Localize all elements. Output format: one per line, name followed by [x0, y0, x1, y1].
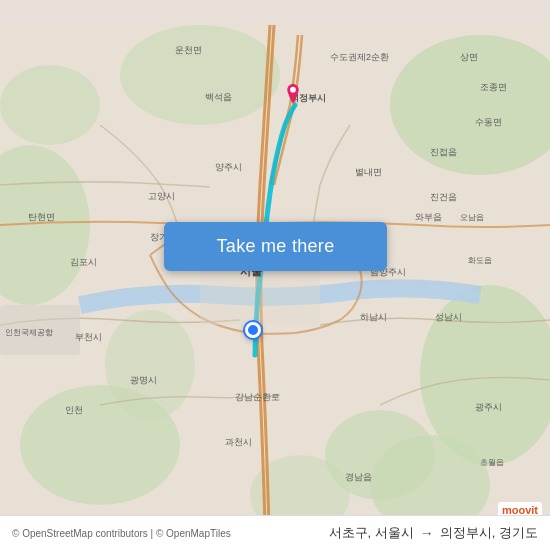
svg-point-10 — [105, 310, 195, 420]
svg-text:화도읍: 화도읍 — [468, 256, 492, 265]
svg-text:경남읍: 경남읍 — [345, 472, 372, 482]
take-me-there-button[interactable]: Take me there — [164, 222, 387, 271]
map-background: 의정부시 고양시 부천시 광명시 인천 서울 강남순환로 과천시 하남시 남양주… — [0, 0, 550, 550]
svg-text:과천시: 과천시 — [225, 437, 252, 447]
svg-text:진건읍: 진건읍 — [430, 192, 457, 202]
svg-text:초월읍: 초월읍 — [480, 458, 504, 467]
map-attribution: © OpenStreetMap contributors | © OpenMap… — [12, 528, 231, 539]
svg-text:와부읍: 와부읍 — [415, 212, 442, 222]
svg-text:인천: 인천 — [65, 405, 83, 415]
route-info: 서초구, 서울시 → 의정부시, 경기도 — [329, 524, 538, 542]
svg-text:수도권제2순환: 수도권제2순환 — [330, 52, 389, 62]
destination-marker — [283, 84, 303, 104]
svg-text:오남읍: 오남읍 — [460, 213, 484, 222]
bottom-bar: © OpenStreetMap contributors | © OpenMap… — [0, 515, 550, 550]
svg-text:광주시: 광주시 — [475, 402, 502, 412]
svg-text:탄현면: 탄현면 — [28, 212, 55, 222]
svg-text:백석읍: 백석읍 — [205, 92, 232, 102]
svg-point-6 — [120, 25, 280, 125]
svg-text:하남시: 하남시 — [360, 312, 387, 322]
svg-text:양주시: 양주시 — [215, 162, 242, 172]
svg-text:수동면: 수동면 — [475, 117, 502, 127]
svg-text:조종면: 조종면 — [480, 82, 507, 92]
svg-point-44 — [290, 87, 296, 93]
to-location: 의정부시, 경기도 — [440, 524, 538, 542]
svg-text:부천시: 부천시 — [75, 332, 102, 342]
svg-text:고양시: 고양시 — [148, 191, 175, 201]
current-location-dot — [245, 322, 261, 338]
svg-text:김포시: 김포시 — [70, 257, 97, 267]
arrow-icon: → — [420, 525, 434, 541]
svg-point-8 — [0, 65, 100, 145]
svg-text:상면: 상면 — [460, 52, 478, 62]
svg-text:별내면: 별내면 — [355, 167, 382, 177]
map-container: 의정부시 고양시 부천시 광명시 인천 서울 강남순환로 과천시 하남시 남양주… — [0, 0, 550, 550]
svg-text:광명시: 광명시 — [130, 375, 157, 385]
svg-text:성남시: 성남시 — [435, 312, 462, 322]
svg-text:운천면: 운천면 — [175, 45, 202, 55]
from-location: 서초구, 서울시 — [329, 524, 414, 542]
svg-text:인천국제공항: 인천국제공항 — [5, 328, 53, 337]
svg-text:강남순환로: 강남순환로 — [235, 392, 280, 402]
svg-text:진접읍: 진접읍 — [430, 147, 457, 157]
